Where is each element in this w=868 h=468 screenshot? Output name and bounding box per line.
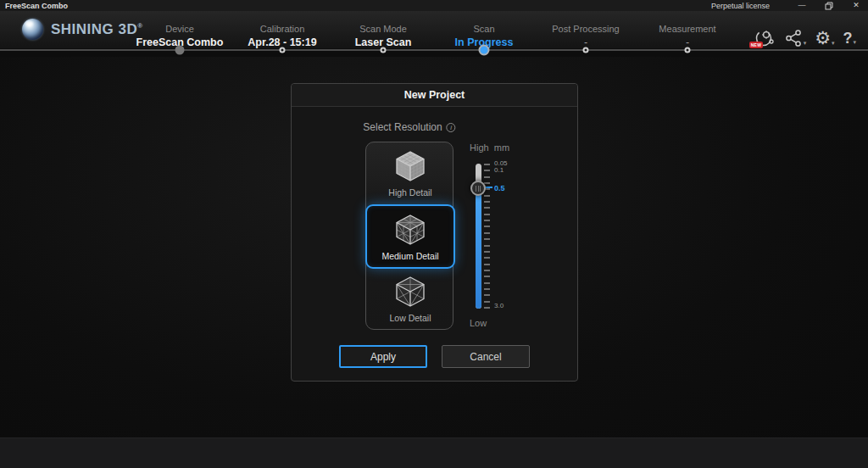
restore-icon — [825, 2, 833, 10]
settings-button[interactable]: ⚙ ▾ — [815, 29, 834, 47]
slider-current-value: 0.5 — [494, 185, 505, 192]
progress-dot-post-processing — [583, 47, 589, 53]
slider-high-label: High mm — [470, 142, 509, 153]
wizard-progress — [0, 48, 868, 57]
share-icon — [784, 29, 803, 47]
app-header: SHINING 3D® Device FreeScan Combo Calibr… — [0, 11, 868, 48]
cancel-button[interactable]: Cancel — [442, 345, 530, 368]
low-detail-cube-icon — [392, 275, 429, 309]
shining3d-globe-icon — [22, 19, 43, 40]
progress-line — [0, 49, 868, 51]
resolution-options: High Detail Medium Detail — [365, 142, 453, 330]
slider-fill — [476, 187, 481, 309]
slider-tick-label-second: 0.1 — [494, 167, 504, 174]
main-area: New Project Select Resolution i High Det… — [0, 57, 868, 468]
step-label: Measurement — [624, 24, 751, 34]
high-detail-cube-icon — [392, 149, 429, 183]
progress-dot-scan-mode — [381, 47, 387, 53]
apply-button[interactable]: Apply — [339, 345, 427, 368]
bottom-bar — [0, 437, 868, 468]
help-button[interactable]: ? ▾ — [843, 30, 856, 47]
progress-dot-scan-active — [479, 45, 490, 56]
chevron-down-icon: ▾ — [832, 39, 835, 47]
share-button[interactable]: ▾ — [784, 29, 807, 47]
chevron-down-icon: ▾ — [804, 39, 807, 47]
new-project-dialog: New Project Select Resolution i High Det… — [291, 83, 578, 382]
question-mark-icon: ? — [843, 30, 852, 47]
progress-dot-calibration — [280, 47, 286, 53]
window-title: FreeScan Combo — [5, 2, 68, 10]
progress-dot-device — [175, 46, 185, 55]
chevron-down-icon: ▾ — [853, 38, 856, 47]
gear-icon: ⚙ — [815, 29, 831, 47]
dialog-title: New Project — [292, 84, 577, 107]
community-button[interactable]: NEW — [754, 28, 776, 48]
new-badge: NEW — [749, 42, 764, 48]
step-measurement[interactable]: Measurement - — [624, 24, 751, 48]
window-titlebar: FreeScan Combo Perpetual license — ✕ — [0, 0, 868, 11]
restore-button[interactable] — [822, 2, 836, 10]
minimize-button[interactable]: — — [795, 0, 809, 11]
option-low-detail[interactable]: Low Detail — [366, 268, 454, 329]
option-medium-detail-selected[interactable]: Medium Detail — [365, 204, 455, 269]
option-label: Low Detail — [389, 313, 431, 323]
slider-unit-label: mm — [494, 142, 509, 153]
license-label: Perpetual license — [711, 2, 770, 10]
resolution-slider-handle[interactable] — [470, 181, 486, 196]
option-high-detail[interactable]: High Detail — [366, 142, 454, 203]
option-label: High Detail — [388, 187, 431, 198]
select-resolution-text: Select Resolution — [363, 121, 442, 133]
medium-detail-cube-icon — [392, 213, 429, 247]
option-label: Medium Detail — [381, 251, 438, 261]
select-resolution-label: Select Resolution i — [363, 121, 455, 133]
close-button[interactable]: ✕ — [849, 0, 863, 11]
info-icon[interactable]: i — [447, 123, 456, 132]
slider-low-label: Low — [470, 318, 487, 328]
progress-dot-measurement — [685, 47, 691, 53]
slider-tick-label-max: 3.0 — [494, 303, 504, 309]
